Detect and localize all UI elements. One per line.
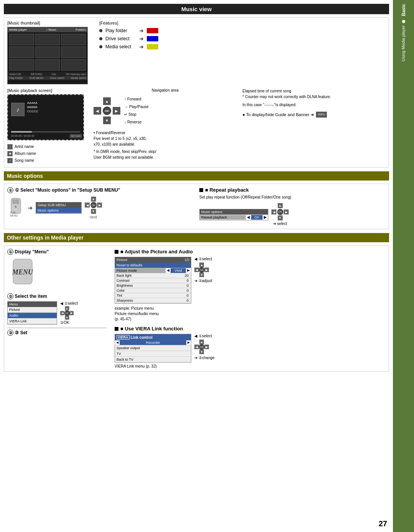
ok-sp-center[interactable]: OK xyxy=(64,310,70,316)
select-ctrl-label: ①select xyxy=(199,257,212,261)
reverse-label: Reverse xyxy=(127,118,141,126)
sel-dpad-right[interactable]: ▶ xyxy=(284,209,289,214)
brightness-label: Brightness xyxy=(115,283,179,288)
repeat-desc: Set play repeat function (Off/Repeat Fol… xyxy=(199,195,386,200)
select-ctrl-row: ◀ ①select xyxy=(194,257,212,261)
tint-row: Tint 0 xyxy=(115,293,191,298)
viera-right[interactable]: ▶ xyxy=(204,345,209,349)
step1-display-menu: ① Display "Menu" xyxy=(7,249,107,255)
svg-text:S: S xyxy=(15,205,17,209)
playpause-label-row: → Play/Pause xyxy=(124,103,149,111)
menu-display-area: MENU xyxy=(7,257,107,289)
adj-up[interactable]: ▲ xyxy=(199,263,204,267)
ok-label: ②OK xyxy=(60,320,78,325)
set-text: ③ Set xyxy=(15,330,27,335)
thumb-bottom-bar: Select OKRETURNInfoSD memory card xyxy=(8,72,87,76)
adj-down[interactable]: ▼ xyxy=(199,273,204,277)
dpad-up-arrow[interactable]: ▲ xyxy=(103,97,111,105)
back-to-tv-row: Back to TV xyxy=(115,357,191,362)
select-control: ▲ ▼ ◀ ▶ OK ➜ select xyxy=(271,203,289,226)
sharpness-value: 0 xyxy=(179,298,191,303)
nav-labels: ↑ Forward → Play/Pause ↵ Stop xyxy=(124,95,149,126)
music-options-item: Music options xyxy=(36,208,81,213)
sel-dpad-up[interactable]: ▲ xyxy=(278,203,283,208)
adj-left[interactable]: ◀ xyxy=(194,268,199,272)
ok-sp-left[interactable]: ◀ xyxy=(60,311,64,315)
small-dpad-left[interactable]: ◀ xyxy=(85,203,90,208)
viera-note: VIERA Link menu (p. 32) xyxy=(115,364,386,368)
repeat-label: ■ Repeat playback xyxy=(205,187,249,193)
select-item-text: Select the item xyxy=(15,294,47,299)
forward-label: Forward xyxy=(127,95,141,103)
guide-note-text: ● To display/hide Guide and Banner ➜ xyxy=(243,112,314,118)
picture-note: example: Picture menu Picture menu/Audio… xyxy=(115,306,386,322)
arrow-right-icon: ▶ xyxy=(263,215,268,219)
guide-note: ● To display/hide Guide and Banner ➜ INF… xyxy=(243,112,386,118)
sel-ok-center[interactable]: OK xyxy=(277,209,283,215)
playback-screen: ♪ AAAAA BBBBB CCCCC 00:00:05 / 00:00:49 xyxy=(7,94,84,140)
sel-dpad-left[interactable]: ◀ xyxy=(271,209,276,214)
ok-sp-right[interactable]: ▶ xyxy=(69,311,74,315)
small-dpad-right[interactable]: ▶ xyxy=(97,203,102,208)
elapsed-notes: Elapsed time of current song * Counter m… xyxy=(243,88,386,164)
music-options-col-right: ■ Repeat playback Set play repeat functi… xyxy=(199,187,386,226)
thumbnail-screen: Media player♪ MusicFolders xyxy=(7,27,88,84)
tint-label: Tint xyxy=(115,293,179,298)
menu-hand-svg: MENU xyxy=(7,257,38,288)
stop-label: Stop xyxy=(128,111,136,118)
next-label: next xyxy=(90,215,97,219)
viera-down[interactable]: ▼ xyxy=(199,350,204,354)
thumb-cell xyxy=(9,46,34,58)
settings-col-left: ① Display "Menu" MENU ② Se xyxy=(7,249,107,368)
adjust-header: ■ Adjust the Picture and Audio xyxy=(115,249,386,255)
btn-yellow xyxy=(147,44,158,49)
step1-label: ① Select "Music options" in "Setup SUB M… xyxy=(15,187,120,193)
menu-header: Menu xyxy=(8,302,57,307)
adjust-title: ■ Adjust the Picture and Audio xyxy=(120,249,193,255)
music-options-box: Music options Repeat playback ◀ On ▶ xyxy=(199,209,268,220)
tint-value: 0 xyxy=(179,293,191,298)
adj-ok[interactable]: OK xyxy=(199,267,205,273)
viera-ok[interactable]: OK xyxy=(199,344,205,350)
music-options-two-col: ① ① Select "Music options" in "Setup SUB… xyxy=(7,187,386,226)
up-arrow-label: ↑ xyxy=(124,95,126,103)
ok-dpad: ▲ ▼ ◀ ▶ OK xyxy=(85,197,102,214)
svg-text:MENU: MENU xyxy=(12,268,33,276)
speaker-output-row: Speaker output xyxy=(115,345,191,351)
playback-section: [Music playback screen] ♪ AAAAA BBBBB CC… xyxy=(7,88,386,164)
viera-link-header-text: Link control xyxy=(131,335,153,340)
select-text: ①select xyxy=(64,301,78,305)
playback-text: AAAAA BBBBB CCCCC xyxy=(27,101,38,114)
sharpness-label: Sharpness xyxy=(115,298,179,303)
step3-set: ③ ③ Set xyxy=(7,328,107,336)
audio-item: Audio xyxy=(8,313,57,319)
arrow-left-icon: ◀ xyxy=(246,215,251,219)
circle-1: ① xyxy=(7,249,13,255)
ok-sp-down[interactable]: ▼ xyxy=(65,315,69,320)
sel-dpad-down[interactable]: ▼ xyxy=(278,215,283,220)
thumb-cell xyxy=(61,59,86,71)
viera-title: ■ Use VIERA Link function xyxy=(120,326,183,332)
adjust-dpad: ▲ ▼ ◀ ▶ OK xyxy=(194,263,209,277)
ok-stop-label: ↵ xyxy=(124,111,127,118)
ok-center-button[interactable]: OK xyxy=(103,107,111,115)
ok-center[interactable]: OK xyxy=(90,202,97,208)
black-sq2-icon xyxy=(115,327,118,331)
ok-sp-up[interactable]: ▲ xyxy=(65,306,69,310)
viera-up[interactable]: ▲ xyxy=(199,340,204,344)
media-info-icons: ♪ Artist name ◉ Album name ♫ Song name xyxy=(7,143,88,164)
dpad-left-arrow[interactable]: ◀ xyxy=(94,107,101,115)
small-dpad-down[interactable]: ▼ xyxy=(91,209,96,214)
picture-mode-value: Vivid xyxy=(171,268,186,273)
viera-left[interactable]: ◀ xyxy=(194,345,199,349)
music-options-title: Music options xyxy=(4,171,389,181)
adj-right[interactable]: ▶ xyxy=(204,268,209,272)
music-view-title: Music view xyxy=(4,4,389,14)
dpad-down-arrow[interactable]: ▼ xyxy=(103,117,111,124)
dpad-right-arrow[interactable]: ▶ xyxy=(113,107,120,115)
info-button[interactable]: INFO xyxy=(316,112,327,118)
small-dpad-up[interactable]: ▲ xyxy=(91,197,96,202)
menu-select-box: Menu Picture Audio VIERA Link xyxy=(7,301,57,325)
btn-red xyxy=(147,28,158,33)
viera-logo-text: VIERA xyxy=(117,335,130,340)
